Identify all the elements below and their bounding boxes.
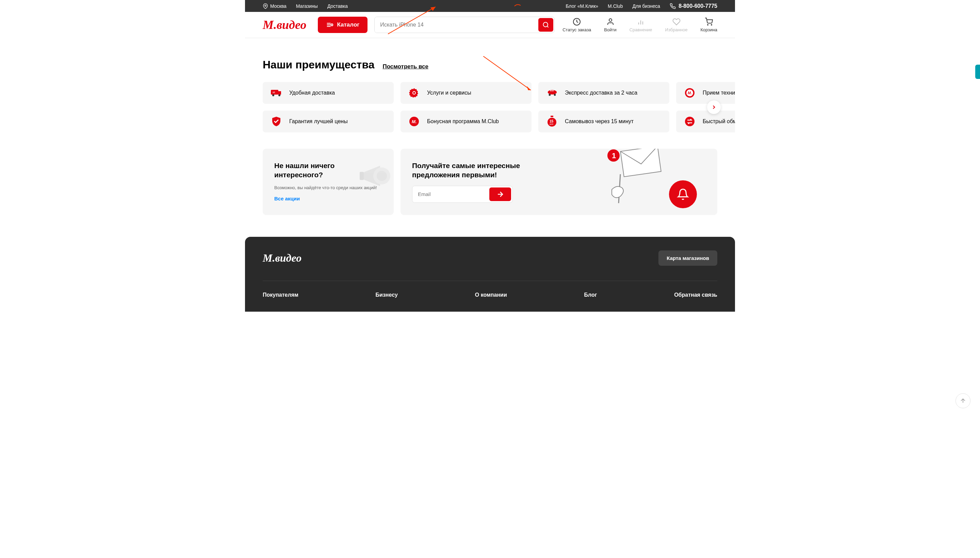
topbar: Москва Магазины Доставка Блог «М.Клик» M… (245, 0, 735, 12)
topbar-blog[interactable]: Блог «М.Клик» (566, 3, 599, 9)
order-status-label: Статус заказа (563, 27, 591, 32)
svg-point-5 (543, 23, 548, 27)
advantage-card[interactable]: М. Бонусная программа M.Club (401, 111, 532, 132)
advantage-label: Бонусная программа M.Club (427, 118, 499, 125)
footer: М.видео Карта магазинов Покупателям Бизн… (245, 237, 735, 312)
svg-point-16 (272, 94, 274, 96)
search-button[interactable] (538, 18, 553, 32)
svg-rect-24 (550, 90, 552, 91)
svg-text:М.: М. (412, 119, 417, 124)
subscribe-title: Получайте самые интересные предложения п… (412, 161, 521, 180)
bell-icon (677, 188, 689, 200)
gear-icon (408, 87, 420, 99)
advantage-card[interactable]: М. Удобная доставка (263, 82, 394, 104)
advantage-card[interactable]: М. Прием техники на пере (676, 82, 735, 104)
express-car-icon (546, 87, 558, 99)
svg-point-17 (278, 94, 281, 96)
compare-nav[interactable]: Сравнение (630, 18, 652, 32)
svg-rect-38 (359, 172, 364, 180)
subscribe-promo: Получайте самые интересные предложения п… (401, 149, 717, 215)
shield-check-icon (270, 115, 282, 128)
svg-text:М.: М. (272, 91, 276, 94)
svg-point-20 (413, 92, 415, 94)
heart-icon (672, 18, 681, 26)
login-nav[interactable]: Войти (604, 18, 616, 32)
catalog-label: Каталог (337, 21, 359, 28)
topbar-delivery[interactable]: Доставка (327, 3, 348, 9)
city-selector[interactable]: Москва (263, 3, 287, 9)
advantage-label: Самовывоз через 15 минут (565, 118, 634, 125)
cart-icon (705, 18, 713, 26)
footer-col-business[interactable]: Бизнесу (376, 292, 398, 298)
carousel-next-button[interactable] (707, 100, 721, 114)
email-submit-button[interactable] (489, 187, 511, 201)
search-icon (542, 21, 549, 28)
logo[interactable]: М.видео (263, 18, 306, 32)
timer-icon: 15МИН (546, 115, 558, 128)
menu-icon (326, 21, 333, 29)
advantage-card[interactable]: 15МИН Самовывоз через 15 минут (538, 111, 669, 132)
search-input[interactable] (375, 17, 537, 33)
badge-icon: М. (408, 115, 420, 128)
advantage-label: Быстрый обмен и возв (703, 118, 735, 125)
advantages-section: М. Удобная доставка Услуги и сервисы Экс… (263, 82, 717, 132)
store-map-button[interactable]: Карта магазинов (658, 250, 717, 266)
svg-point-8 (609, 19, 612, 21)
order-status-nav[interactable]: Статус заказа (563, 18, 591, 32)
advantages-title: Наши преимущества (263, 59, 374, 71)
svg-point-0 (265, 5, 266, 6)
svg-point-4 (331, 24, 333, 26)
svg-rect-42 (621, 149, 661, 177)
catalog-button[interactable]: Каталог (318, 17, 368, 33)
advantage-label: Удобная доставка (289, 90, 335, 96)
svg-point-12 (708, 25, 708, 25)
user-icon (606, 18, 614, 26)
footer-col-buyers[interactable]: Покупателям (263, 292, 299, 298)
see-all-link[interactable]: Посмотреть все (382, 63, 428, 70)
svg-point-23 (554, 94, 556, 96)
svg-text:15: 15 (550, 120, 554, 123)
favorites-nav[interactable]: Избранное (665, 18, 688, 32)
advantages-header: Наши преимущества Посмотреть все (263, 59, 717, 71)
topbar-mclub[interactable]: M.Club (608, 3, 623, 9)
topbar-business[interactable]: Для бизнеса (632, 3, 660, 9)
advantage-label: Гарантия лучшей цены (289, 118, 348, 125)
truck-icon: М. (270, 87, 282, 99)
chevron-right-icon (711, 104, 717, 110)
recycle-icon: М. (684, 87, 696, 99)
advantage-card[interactable]: Гарантия лучшей цены (263, 111, 394, 132)
bell-button[interactable] (669, 181, 697, 208)
svg-line-6 (547, 26, 548, 28)
clock-icon (573, 18, 581, 26)
phone-number: 8-800-600-7775 (678, 3, 717, 9)
advantage-card[interactable]: Услуги и сервисы (401, 82, 532, 104)
footer-logo[interactable]: М.видео (263, 252, 302, 264)
email-form (412, 186, 513, 203)
footer-col-feedback[interactable]: Обратная связь (674, 292, 717, 298)
location-pin-icon (263, 3, 268, 9)
header: М.видео Каталог Статус заказа Войти Срав… (245, 12, 735, 38)
advantage-card[interactable]: Быстрый обмен и возв (676, 111, 735, 132)
exchange-icon (684, 115, 696, 128)
cart-nav[interactable]: Корзина (700, 18, 717, 32)
svg-point-22 (549, 94, 551, 96)
all-promotions-link[interactable]: Все акции (274, 195, 300, 202)
email-input[interactable] (412, 186, 488, 202)
advantage-label: Услуги и сервисы (427, 90, 471, 96)
topbar-stores[interactable]: Магазины (296, 3, 318, 9)
svg-text:М.: М. (688, 91, 692, 95)
not-found-promo: Не нашли ничего интересного? Возможно, в… (263, 149, 394, 215)
svg-point-35 (685, 117, 694, 126)
favorites-label: Избранное (665, 27, 688, 32)
footer-col-company[interactable]: О компании (475, 292, 507, 298)
compare-label: Сравнение (630, 27, 652, 32)
advantage-label: Экспресс доставка за 2 часа (565, 90, 637, 96)
envelope-illustration-icon: 1 (602, 149, 670, 207)
advantage-card[interactable]: Экспресс доставка за 2 часа (538, 82, 669, 104)
megaphone-icon (356, 159, 394, 193)
svg-rect-15 (278, 91, 281, 95)
topbar-phone[interactable]: 8-800-600-7775 (670, 3, 717, 9)
svg-rect-25 (552, 90, 554, 91)
footer-col-blog[interactable]: Блог (584, 292, 597, 298)
svg-point-40 (377, 171, 387, 181)
